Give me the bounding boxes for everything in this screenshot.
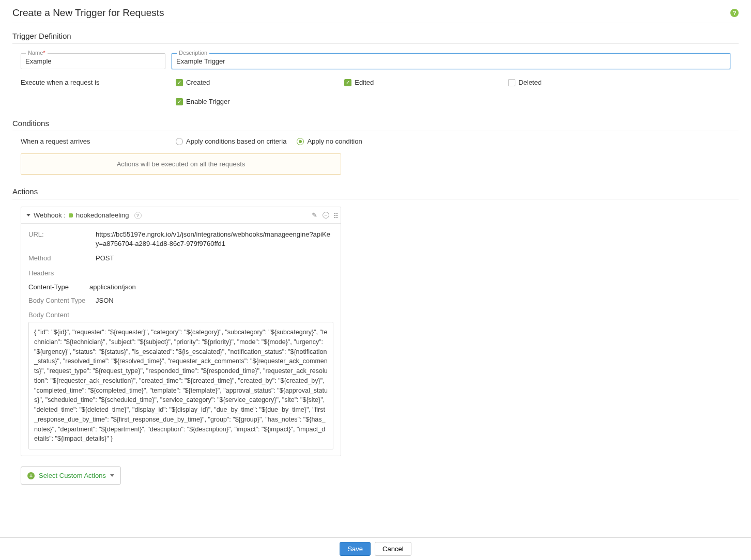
chevron-down-icon — [110, 474, 114, 477]
method-value: POST — [96, 254, 114, 263]
description-input[interactable] — [172, 53, 730, 69]
question-icon[interactable]: ? — [134, 212, 142, 219]
method-label: Method — [28, 254, 96, 263]
checkbox-created[interactable]: Created — [176, 79, 210, 86]
when-request-arrives-label: When a request arrives — [21, 137, 176, 145]
checkbox-edited[interactable]: Edited — [344, 79, 374, 86]
edit-icon[interactable]: ✎ — [312, 211, 317, 219]
check-icon — [176, 98, 183, 105]
checkbox-deleted[interactable]: Deleted — [508, 79, 542, 86]
webhook-label: Webhook : — [34, 211, 66, 219]
plus-icon: + — [27, 472, 35, 479]
radio-apply-criteria[interactable]: Apply conditions based on criteria — [176, 137, 286, 145]
webhook-name: hookedonafeeling — [76, 211, 129, 219]
conditions-banner: Actions will be executed on all the requ… — [21, 153, 341, 175]
chevron-down-icon[interactable] — [26, 214, 30, 216]
radio-icon — [176, 138, 183, 145]
name-label: Name* — [26, 50, 48, 56]
execute-when-label: Execute when a request is — [21, 79, 176, 86]
url-value: https://bc55197e.ngrok.io/v1/json/integr… — [96, 230, 333, 248]
body-content-type-label: Body Content Type — [28, 296, 96, 305]
checkbox-enable-trigger[interactable]: Enable Trigger — [176, 98, 230, 105]
radio-apply-no-condition[interactable]: Apply no condition — [297, 137, 362, 145]
headers-label: Headers — [28, 269, 96, 278]
header-value: application/json — [89, 283, 136, 291]
body-content-label: Body Content — [28, 310, 96, 320]
section-actions-title: Actions — [12, 175, 739, 199]
header-key: Content-Type — [28, 283, 69, 291]
section-conditions-title: Conditions — [12, 105, 739, 131]
help-icon[interactable]: ? — [730, 9, 739, 17]
page-title: Create a New Trigger for Requests — [12, 7, 164, 19]
description-label: Description — [177, 50, 209, 56]
check-icon — [508, 79, 515, 86]
section-definition-title: Trigger Definition — [12, 23, 739, 44]
remove-icon[interactable]: − — [323, 212, 329, 219]
drag-handle-icon[interactable] — [334, 213, 335, 218]
radio-icon — [297, 138, 304, 145]
body-content-type-value: JSON — [96, 296, 114, 305]
action-card: Webhook : hookedonafeeling ? ✎ − URL: ht… — [21, 207, 341, 456]
check-icon — [176, 79, 183, 86]
status-dot-icon — [69, 213, 73, 217]
select-custom-actions-button[interactable]: + Select Custom Actions — [21, 466, 121, 485]
url-label: URL: — [28, 230, 96, 248]
body-content-value: { "id": "${id}", "requester": "${request… — [28, 322, 333, 449]
check-icon — [344, 79, 351, 86]
